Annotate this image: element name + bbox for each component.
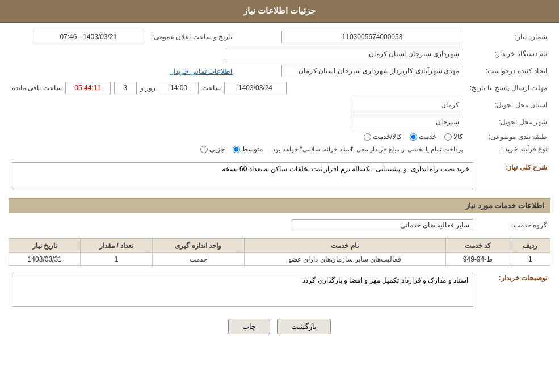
mohlat-saat-input[interactable] — [159, 82, 199, 94]
chap-button[interactable]: چاپ — [228, 319, 270, 334]
khadamat-header: اطلاعات خدمات مورد نیاز — [9, 198, 550, 213]
grooh-khedmat-table: گروه خدمت: — [9, 217, 550, 234]
tabagheBandi-label: طبقه بندی موضوعی: — [466, 130, 550, 143]
mohlat-roz-input[interactable] — [114, 82, 137, 94]
etelaatTamas-link[interactable]: اطلاعات تماس خریدار — [170, 68, 233, 75]
radio-motavasset-input[interactable] — [233, 146, 240, 153]
grooh-value — [9, 217, 477, 234]
grooh-label: گروه خدمت: — [477, 217, 550, 234]
cell-namKhedmat: فعالیت‌های سایر سازمان‌های دارای عضو — [244, 253, 445, 266]
ijadKannande-input[interactable] — [281, 65, 463, 77]
shahrTahvil-value — [9, 113, 466, 130]
shomareNiaz-label: شماره نیاز: — [466, 28, 550, 45]
shomareNiaz-input[interactable] — [281, 31, 463, 43]
shahrTahvil-label: شهر محل تحویل: — [466, 113, 550, 130]
col-vahed: واحد اندازه گیری — [152, 239, 244, 253]
page-title: جزئیات اطلاعات نیاز — [243, 6, 316, 15]
radio-motavasset[interactable]: متوسط — [233, 145, 263, 153]
noFarayand-row: پرداخت تمام یا بخشی از مبلغ خریداز محل "… — [9, 143, 466, 155]
radio-kala-label: کالا — [453, 133, 463, 141]
tawzeeh-label: توضیحات خریدار: — [477, 271, 550, 311]
mohlat-saat-label: ساعت — [202, 84, 221, 92]
buttons-row: بازگشت چاپ — [9, 319, 550, 334]
col-tarikh: تاریخ نیاز — [9, 239, 81, 253]
ijadKannande-label: ایجاد کننده درخواست: — [466, 62, 550, 79]
mohlat-countdown-input[interactable] — [65, 82, 111, 94]
noFarayand-desc: پرداخت تمام یا بخشی از مبلغ خریداز محل "… — [271, 146, 463, 153]
radio-kala[interactable]: کالا — [444, 133, 463, 141]
radio-kala-input[interactable] — [444, 133, 452, 141]
ostanTahvil-value — [9, 96, 466, 113]
radio-kalaKhedmat-input[interactable] — [364, 133, 371, 141]
radio-motavasset-label: متوسط — [242, 145, 263, 153]
form-table: شماره نیاز: تاریخ و ساعت اعلان عمومی: نا… — [9, 28, 550, 155]
radio-khedmat-label: خدمت — [419, 133, 436, 141]
radio-kalaKhedmat-label: کالا/خدمت — [373, 133, 402, 141]
mohlat-row: ساعت روز و ساعت باقی مانده — [9, 79, 466, 96]
radio-kalaKhedmat[interactable]: کالا/خدمت — [364, 133, 402, 141]
cell-tarikh: 1403/03/31 — [9, 253, 81, 266]
sharh-textarea[interactable] — [12, 162, 473, 189]
shahrTahvil-input[interactable] — [350, 116, 463, 128]
cell-radif: 1 — [510, 253, 550, 266]
tabagheBandi-row: کالا خدمت کالا/خدمت — [9, 130, 466, 143]
ijadKannande-value — [247, 62, 466, 79]
tawzeeh-value — [9, 271, 477, 311]
radio-jazii-input[interactable] — [200, 146, 208, 153]
table-row: 1 ط-94-949 فعالیت‌های سایر سازمان‌های دا… — [9, 253, 550, 266]
bazgasht-button[interactable]: بازگشت — [277, 319, 331, 334]
radio-jazii[interactable]: جزیی — [200, 145, 225, 153]
page-header: جزئیات اطلاعات نیاز — [0, 0, 559, 23]
tarikhElan-input[interactable] — [32, 31, 145, 43]
radio-jazii-label: جزیی — [209, 145, 225, 153]
main-content: شماره نیاز: تاریخ و ساعت اعلان عمومی: نا… — [0, 23, 559, 345]
tawzeeh-textarea[interactable] — [12, 273, 473, 307]
namDastgah-value — [9, 45, 466, 62]
page-container: جزئیات اطلاعات نیاز شماره نیاز: تاریخ و … — [0, 0, 559, 392]
noFarayand-label: نوع فرآیند خرید : — [466, 143, 550, 155]
tarikhElan-value — [9, 28, 149, 45]
grooh-input[interactable] — [292, 219, 473, 231]
namDastgah-label: نام دستگاه خریدار: — [466, 45, 550, 62]
mohlat-date-input[interactable] — [224, 82, 287, 94]
ostanTahvil-input[interactable] — [350, 99, 463, 111]
col-tedad: تعداد / مقدار — [81, 239, 152, 253]
sharh-value — [9, 160, 477, 193]
radio-khedmat[interactable]: خدمت — [410, 133, 436, 141]
sharh-label: شرح کلی نیاز: — [477, 160, 550, 193]
cell-vahed: خدمت — [152, 253, 244, 266]
mohlatErsalPaskh-label: مهلت ارسال پاسخ: تا تاریخ: — [466, 79, 550, 96]
khadamat-table: ردیف کد خدمت نام خدمت واحد اندازه گیری ت… — [9, 238, 550, 266]
radio-khedmat-input[interactable] — [410, 133, 417, 141]
tarikhElan-label: تاریخ و ساعت اعلان عمومی: — [149, 28, 236, 45]
mohlat-roz-label: روز و — [140, 84, 155, 92]
col-kodKhedmat: کد خدمت — [445, 239, 510, 253]
ostanTahvil-label: استان محل تحویل: — [466, 96, 550, 113]
shomareNiaz-value — [247, 28, 466, 45]
tawzeeh-section: توضیحات خریدار: — [9, 271, 550, 311]
col-radif: ردیف — [510, 239, 550, 253]
cell-kodKhedmat: ط-94-949 — [445, 253, 510, 266]
col-namKhedmat: نام خدمت — [244, 239, 445, 253]
sharh-section: شرح کلی نیاز: — [9, 160, 550, 193]
cell-tedad: 1 — [81, 253, 152, 266]
mohlat-bagi-label: ساعت باقی مانده — [12, 84, 62, 92]
namDastgah-input[interactable] — [225, 48, 463, 60]
